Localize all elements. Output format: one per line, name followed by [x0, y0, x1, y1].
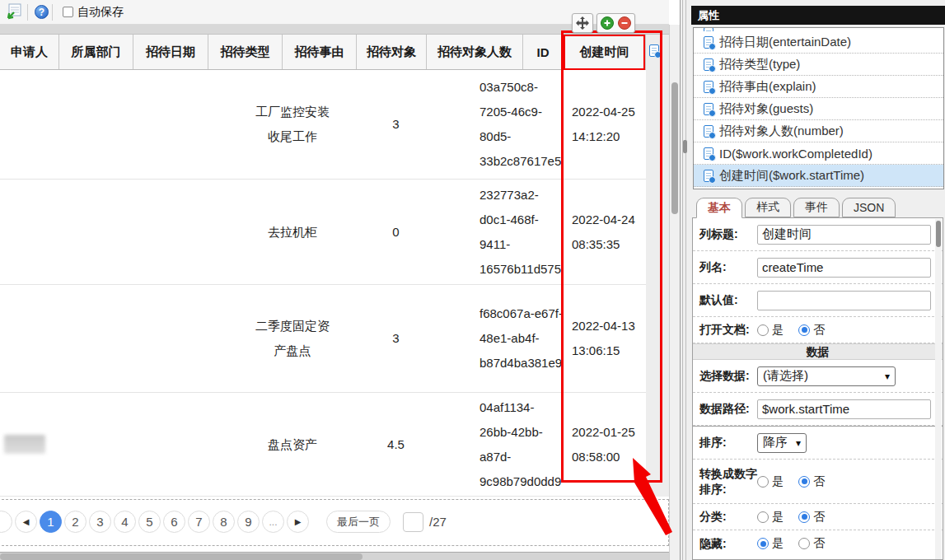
hidden-row: 隐藏: 是否 [693, 530, 943, 557]
panel-splitter[interactable] [682, 0, 683, 560]
widget-mini-toolbar [572, 13, 635, 33]
sort-label: 排序: [699, 435, 757, 450]
column-name-label: 列名: [699, 259, 757, 275]
radio-option-是[interactable]: 是 [757, 474, 784, 489]
column-header-8[interactable]: 创建时间 [564, 35, 646, 69]
remove-column-icon[interactable] [617, 16, 632, 30]
page-button-3[interactable]: 3 [89, 511, 111, 533]
property-list-item[interactable]: 创建时间($work.startTime) [694, 165, 943, 187]
column-title-input[interactable] [757, 225, 931, 245]
tab-样式[interactable]: 样式 [745, 198, 791, 217]
column-header-4[interactable]: 招待事由 [283, 35, 357, 69]
column-header-7[interactable]: ID [523, 35, 564, 69]
property-list-item-label: 创建时间($work.startTime) [719, 168, 864, 184]
property-list-item[interactable]: 招待日期(entertainDate) [694, 31, 943, 54]
sort-dropdown[interactable]: 降序 ▾ [757, 433, 807, 453]
page-button-1[interactable]: 1 [40, 511, 62, 533]
open-doc-label: 打开文档: [699, 322, 757, 338]
form-scrollbar-thumb[interactable] [936, 221, 941, 247]
last-page-button[interactable]: 最后一页 [326, 511, 391, 533]
hidden-label: 隐藏: [699, 536, 757, 552]
radio-option-label: 是 [772, 536, 784, 551]
column-header-0[interactable]: 申请人 [0, 35, 59, 69]
toolbar-separator [52, 4, 53, 21]
page-button-4[interactable]: 4 [114, 511, 136, 533]
panel-splitter-line [685, 0, 686, 560]
vertical-scrollbar[interactable] [669, 25, 680, 560]
radio-option-否[interactable]: 否 [798, 536, 825, 551]
classify-label: 分类: [699, 509, 757, 525]
column-header-6[interactable]: 招待对象人数 [427, 35, 523, 69]
page-button-6[interactable]: 6 [163, 511, 185, 533]
page-button-9[interactable]: 9 [237, 511, 260, 533]
move-button-group [572, 13, 593, 33]
autosave-checkbox[interactable] [63, 7, 73, 17]
previous-page-button[interactable]: ◀ [15, 511, 37, 533]
numeric-sort-label: 转换成数字排序: [699, 466, 757, 497]
properties-form: 列标题: 列名: 默认值: 打开文档: 是否 数据 选择数据: (请选择) ▾ … [692, 217, 943, 560]
select-data-label: 选择数据: [699, 368, 757, 384]
page-jump-input[interactable] [403, 512, 423, 532]
radio-option-label: 否 [813, 510, 825, 525]
page-button-2[interactable]: 2 [64, 511, 87, 533]
default-value-input[interactable] [757, 291, 931, 310]
table-row: 二季度固定资产盘点 3 f68c067a-e67f-48e1-ab4f-b87d… [0, 285, 646, 393]
cell-explain: 工厂监控安装收尾工作 [251, 100, 334, 149]
first-page-button[interactable] [0, 511, 12, 533]
select-data-row: 选择数据: (请选择) ▾ [693, 360, 943, 393]
pagination: ◀123456789...▶最后一页/27 [0, 511, 447, 533]
column-header-5[interactable]: 招待对象 [357, 35, 427, 69]
radio-option-否[interactable]: 否 [798, 510, 825, 525]
page-button-8[interactable]: 8 [213, 511, 235, 533]
tab-基本[interactable]: 基本 [696, 198, 742, 218]
move-widget-icon[interactable] [575, 16, 590, 30]
splitter-grip[interactable] [683, 140, 687, 153]
radio-option-是[interactable]: 是 [757, 510, 784, 525]
property-list-item[interactable]: 招待对象(guests) [694, 98, 943, 120]
tab-事件[interactable]: 事件 [793, 198, 840, 217]
numeric-sort-radios: 是否 [757, 474, 931, 489]
column-header-3[interactable]: 招待类型 [208, 35, 283, 69]
grid-field-icon[interactable] [649, 44, 659, 57]
cell-create-time: 2022-04-24 08:35:35 [563, 208, 645, 257]
column-header-2[interactable]: 招待日期 [133, 35, 208, 69]
tab-JSON[interactable]: JSON [842, 198, 896, 217]
table-row: 盘点资产 4.5 04af1134-26bb-42bb-a87d-9c98b79… [0, 393, 646, 497]
radio-circle-icon [798, 324, 810, 336]
add-column-icon[interactable] [600, 16, 615, 30]
page-button-5[interactable]: 5 [138, 511, 161, 533]
form-scrollbar[interactable] [935, 219, 942, 560]
horizontal-scrollbar[interactable] [0, 552, 680, 560]
column-header-1[interactable]: 所属部门 [59, 35, 133, 69]
pages-ellipsis-button[interactable]: ... [262, 511, 284, 533]
vertical-scrollbar-thumb[interactable] [671, 82, 678, 214]
toolbar-separator [27, 4, 28, 21]
cell-create-time: 2022-04-13 13:06:15 [563, 314, 645, 363]
radio-circle-icon [757, 324, 769, 336]
column-name-input[interactable] [757, 258, 931, 278]
export-form-icon[interactable] [4, 3, 24, 21]
cell-guest-number: 3 [373, 326, 419, 351]
column-title-label: 列标题: [699, 226, 757, 242]
radio-option-是[interactable]: 是 [757, 323, 784, 338]
property-list-item[interactable]: 招待类型(type) [694, 54, 943, 76]
help-icon[interactable]: ? [35, 5, 49, 19]
horizontal-scrollbar-thumb[interactable] [0, 553, 363, 560]
radio-option-label: 是 [772, 323, 784, 338]
radio-option-label: 否 [813, 323, 825, 338]
select-data-value: (请选择) [763, 368, 808, 384]
property-list-item[interactable]: 招待事由(explain) [694, 76, 943, 98]
property-list-item[interactable]: 招待对象人数(number) [694, 120, 943, 142]
default-value-label: 默认值: [699, 292, 757, 308]
property-list-item[interactable]: ID($work.workCompletedId) [694, 142, 943, 165]
page-button-7[interactable]: 7 [188, 511, 210, 533]
autosave-label: 自动保存 [77, 5, 124, 20]
next-page-button[interactable]: ▶ [287, 511, 309, 533]
panel-tabs: 基本样式事件JSON [696, 198, 896, 218]
radio-option-否[interactable]: 否 [798, 323, 825, 338]
data-path-input[interactable] [757, 399, 931, 419]
select-data-dropdown[interactable]: (请选择) ▾ [757, 366, 896, 386]
radio-option-是[interactable]: 是 [757, 536, 784, 551]
radio-option-否[interactable]: 否 [798, 474, 825, 489]
field-document-icon [704, 125, 713, 138]
